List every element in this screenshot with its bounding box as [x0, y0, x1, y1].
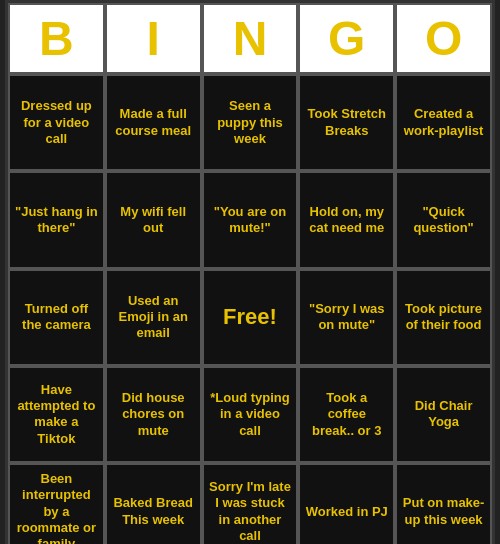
bingo-cell-10[interactable]: Turned off the camera: [8, 269, 105, 366]
free-space[interactable]: Free!: [202, 269, 299, 366]
bingo-grid: Dressed up for a video callMade a full c…: [8, 74, 492, 544]
bingo-header: BINGO: [8, 3, 492, 74]
bingo-cell-24[interactable]: Put on make-up this week: [395, 463, 492, 544]
bingo-letter-o: O: [395, 3, 492, 74]
bingo-cell-20[interactable]: Been interrupted by a roommate or family: [8, 463, 105, 544]
bingo-cell-7[interactable]: "You are on mute!": [202, 171, 299, 268]
bingo-letter-n: N: [202, 3, 299, 74]
bingo-cell-4[interactable]: Created a work-playlist: [395, 74, 492, 171]
bingo-cell-11[interactable]: Used an Emoji in an email: [105, 269, 202, 366]
bingo-cell-3[interactable]: Took Stretch Breaks: [298, 74, 395, 171]
bingo-cell-16[interactable]: Did house chores on mute: [105, 366, 202, 463]
bingo-cell-18[interactable]: Took a coffee break.. or 3: [298, 366, 395, 463]
bingo-card: BINGO Dressed up for a video callMade a …: [5, 0, 495, 544]
bingo-cell-23[interactable]: Worked in PJ: [298, 463, 395, 544]
bingo-cell-1[interactable]: Made a full course meal: [105, 74, 202, 171]
bingo-cell-17[interactable]: *Loud typing in a video call: [202, 366, 299, 463]
bingo-cell-22[interactable]: Sorry I'm late I was stuck in another ca…: [202, 463, 299, 544]
bingo-cell-2[interactable]: Seen a puppy this week: [202, 74, 299, 171]
bingo-cell-13[interactable]: "Sorry I was on mute": [298, 269, 395, 366]
bingo-cell-8[interactable]: Hold on, my cat need me: [298, 171, 395, 268]
bingo-letter-i: I: [105, 3, 202, 74]
bingo-letter-g: G: [298, 3, 395, 74]
bingo-cell-15[interactable]: Have attempted to make a Tiktok: [8, 366, 105, 463]
bingo-cell-0[interactable]: Dressed up for a video call: [8, 74, 105, 171]
bingo-cell-5[interactable]: "Just hang in there": [8, 171, 105, 268]
bingo-cell-9[interactable]: "Quick question": [395, 171, 492, 268]
bingo-cell-19[interactable]: Did Chair Yoga: [395, 366, 492, 463]
bingo-cell-21[interactable]: Baked Bread This week: [105, 463, 202, 544]
bingo-cell-6[interactable]: My wifi fell out: [105, 171, 202, 268]
bingo-letter-b: B: [8, 3, 105, 74]
bingo-cell-14[interactable]: Took picture of their food: [395, 269, 492, 366]
